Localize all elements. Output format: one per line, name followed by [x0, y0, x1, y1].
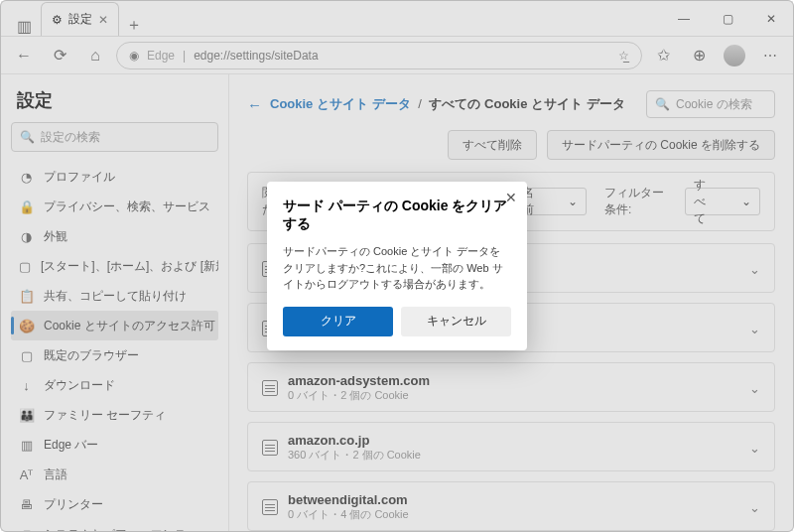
dialog-clear-button[interactable]: クリア: [283, 307, 393, 336]
modal-overlay: ✕ サード パーティの Cookie をクリアする サードパーティの Cooki…: [1, 1, 793, 531]
dialog-title: サード パーティの Cookie をクリアする: [283, 198, 511, 233]
dialog-body: サードパーティの Cookie とサイト データをクリアしますか?これにより、一…: [283, 243, 511, 293]
dialog-cancel-button[interactable]: キャンセル: [401, 307, 511, 336]
clear-thirdparty-dialog: ✕ サード パーティの Cookie をクリアする サードパーティの Cooki…: [267, 182, 527, 350]
edge-window: ▥ ⚙ 設定 ✕ ＋ ― ▢ ✕ ← ⟳ ⌂ ◉ Edge | edge://s…: [0, 0, 794, 532]
dialog-close-button[interactable]: ✕: [505, 190, 517, 205]
